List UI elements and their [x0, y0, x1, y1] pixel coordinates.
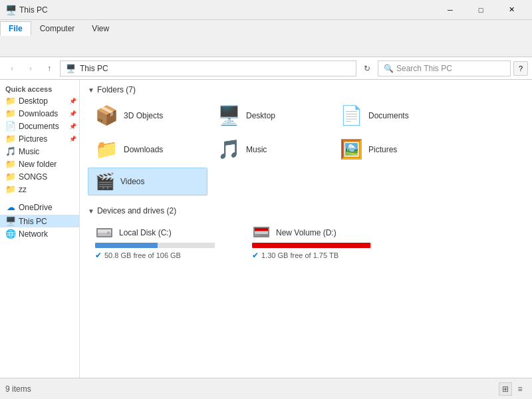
folder-icon: 📁: [5, 108, 16, 118]
folder-downloads-icon: 📁: [95, 138, 118, 160]
view-list-button[interactable]: ≡: [513, 382, 527, 396]
tab-view[interactable]: View: [83, 21, 118, 36]
drives-section-header: ▼ Devices and drives (2): [88, 206, 524, 215]
sidebar-item-desktop[interactable]: 📁 Desktop 📌: [0, 94, 79, 107]
folders-grid: 📦 3D Objects 🖥️ Desktop 📄 Documents 📁 Do…: [88, 100, 524, 196]
folder-3dobjects-icon: 📦: [95, 104, 118, 126]
folder-videos-icon: 🎬: [95, 172, 115, 191]
pin-icon: 📌: [69, 98, 76, 104]
maximize-button[interactable]: □: [466, 0, 496, 20]
check-icon: ✔: [95, 251, 102, 260]
folder-name: Pictures: [368, 145, 397, 154]
minimize-button[interactable]: ─: [435, 0, 466, 20]
title-bar-left: 🖥️ This PC: [5, 5, 435, 15]
title-bar: 🖥️ This PC ─ □ ✕: [0, 0, 532, 20]
sidebar-item-label: zz: [19, 185, 27, 194]
drive-c-progress-bg: [95, 243, 215, 248]
quick-access-label: Quick access: [0, 82, 79, 94]
help-button[interactable]: ?: [513, 61, 528, 76]
view-controls: ⊞ ≡: [499, 382, 527, 396]
check-icon: ✔: [252, 251, 259, 260]
sidebar-item-label: SONGS: [19, 172, 47, 182]
folder-name: 3D Objects: [124, 111, 163, 120]
search-icon: 🔍: [384, 64, 394, 73]
svg-point-3: [107, 231, 110, 234]
search-box[interactable]: 🔍 Search This PC: [378, 61, 511, 76]
address-path[interactable]: 🖥️ This PC: [60, 61, 356, 76]
window-controls: ─ □ ✕: [435, 0, 527, 20]
sidebar-item-newfolder[interactable]: 📁 New folder: [0, 158, 79, 170]
sidebar-item-label: Pictures: [19, 134, 47, 144]
drive-c-header: Local Disk (C:): [95, 225, 227, 240]
sidebar-item-label: This PC: [19, 217, 47, 226]
sidebar-item-label: Network: [19, 229, 48, 239]
svg-rect-5: [255, 228, 268, 231]
folders-section-label: Folders (7): [97, 85, 136, 94]
drive-d-name: New Volume (D:): [276, 228, 336, 237]
folder-name: Music: [246, 145, 267, 154]
sidebar-item-label: New folder: [19, 160, 57, 169]
forward-button[interactable]: ›: [23, 61, 39, 76]
sidebar-item-pictures[interactable]: 📁 Pictures 📌: [0, 132, 79, 145]
drive-item-c[interactable]: Local Disk (C:) ✔ 50.8 GB free of 106 GB: [88, 221, 234, 265]
sidebar-item-songs[interactable]: 📁 SONGS: [0, 170, 79, 183]
close-button[interactable]: ✕: [496, 0, 527, 20]
address-bar: ‹ › ↑ 🖥️ This PC ↻ 🔍 Search This PC ?: [0, 57, 532, 80]
folders-toggle[interactable]: ▼: [88, 86, 94, 94]
folder-icon: 📁: [5, 134, 16, 144]
folder-item-pictures[interactable]: 🖼️ Pictures: [332, 134, 452, 165]
up-button[interactable]: ↑: [41, 61, 57, 76]
tab-file[interactable]: File: [0, 21, 31, 36]
svg-rect-7: [255, 235, 260, 236]
sidebar-item-onedrive[interactable]: ☁ OneDrive: [5, 201, 76, 213]
pin-icon: 📌: [69, 110, 76, 117]
sidebar-item-label: Desktop: [19, 96, 48, 106]
drive-d-progress-fill: [252, 243, 370, 248]
drive-d-progress-bg: [252, 243, 372, 248]
items-count: 9 items: [5, 384, 31, 394]
window-title: This PC: [19, 5, 48, 15]
sidebar-item-label: OneDrive: [19, 203, 53, 212]
sidebar-item-label: Downloads: [19, 109, 58, 118]
back-button[interactable]: ‹: [4, 61, 20, 76]
pin-icon: 📌: [69, 123, 76, 130]
folder-name: Downloads: [124, 145, 163, 154]
drive-d-header: New Volume (D:): [252, 225, 384, 240]
sidebar-item-zz[interactable]: 📁 zz: [0, 183, 79, 196]
folder-item-desktop[interactable]: 🖥️ Desktop: [210, 100, 330, 131]
folder-item-videos[interactable]: 🎬 Videos: [88, 168, 207, 196]
sidebar-item-downloads[interactable]: 📁 Downloads 📌: [0, 107, 79, 120]
folder-desktop-icon: 🖥️: [217, 104, 241, 126]
folder-documents-icon: 📄: [340, 104, 363, 126]
folder-icon: 📁: [5, 184, 16, 194]
folder-item-downloads[interactable]: 📁 Downloads: [88, 134, 207, 165]
sidebar-item-music[interactable]: 🎵 Music: [0, 145, 79, 158]
ribbon-tabs: File Computer View: [0, 20, 532, 36]
sidebar-item-label: Documents: [19, 122, 59, 131]
view-icon-button[interactable]: ⊞: [499, 382, 512, 396]
sidebar: Quick access 📁 Desktop 📌 📁 Downloads 📌 📄…: [0, 80, 80, 378]
folder-item-documents[interactable]: 📄 Documents: [332, 100, 452, 131]
folder-icon: 📁: [5, 96, 16, 106]
folder-icon: 📁: [5, 172, 16, 182]
network-icon: 🌐: [5, 229, 16, 239]
drive-c-free: 50.8 GB free of 106 GB: [104, 251, 181, 259]
computer-icon: 🖥️: [5, 216, 16, 226]
status-bar: 9 items ⊞ ≡: [0, 378, 532, 399]
drive-c-progress-fill: [95, 243, 158, 248]
folder-item-music[interactable]: 🎵 Music: [210, 134, 330, 165]
folders-section-header: ▼ Folders (7): [88, 85, 524, 94]
sidebar-item-thispc[interactable]: 🖥️ This PC: [0, 215, 79, 227]
drive-item-d[interactable]: New Volume (D:) ✔ 1.30 GB free of 1.75 T…: [245, 221, 391, 265]
sidebar-item-documents[interactable]: 📄 Documents 📌: [0, 120, 79, 132]
drives-toggle[interactable]: ▼: [88, 207, 94, 215]
folder-item-3dobjects[interactable]: 📦 3D Objects: [88, 100, 207, 131]
drive-c-info: ✔ 50.8 GB free of 106 GB: [95, 251, 227, 260]
sidebar-item-label: Music: [19, 147, 39, 156]
refresh-button[interactable]: ↻: [359, 61, 375, 76]
folder-music-icon: 🎵: [217, 138, 241, 160]
main-layout: Quick access 📁 Desktop 📌 📁 Downloads 📌 📄…: [0, 80, 532, 378]
folder-icon: 📁: [5, 159, 16, 169]
tab-computer[interactable]: Computer: [31, 21, 84, 36]
sidebar-item-network[interactable]: 🌐 Network: [0, 227, 79, 240]
